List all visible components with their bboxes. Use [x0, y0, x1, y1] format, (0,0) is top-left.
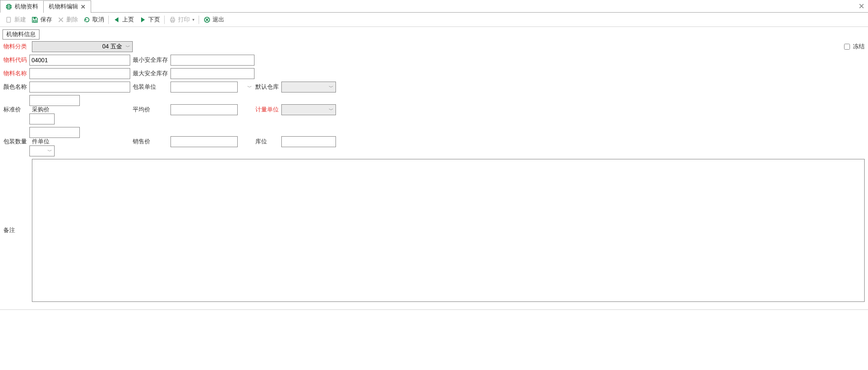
label-purchase-price: 采购价	[29, 106, 52, 114]
svg-rect-5	[171, 17, 174, 19]
toolbar-separator	[108, 16, 109, 24]
max-stock-input[interactable]	[170, 68, 254, 79]
piece-unit-combo[interactable]	[29, 145, 55, 156]
exit-button[interactable]: 退出	[201, 14, 227, 26]
tab-label: 机物资料	[15, 3, 38, 11]
label-location: 库位	[254, 138, 270, 145]
delete-button[interactable]: 删除	[55, 14, 81, 26]
location-input[interactable]	[281, 136, 336, 147]
label-pack-unit: 包装单位	[130, 83, 159, 91]
category-select[interactable]	[32, 41, 133, 52]
globe-icon	[5, 3, 12, 10]
label-name: 物料名称	[3, 70, 29, 77]
label-default-warehouse: 默认仓库	[254, 83, 281, 91]
subtab-bar: 机物料信息	[0, 27, 868, 40]
toolbar: 新建 保存 删除 取消 上页 下页 打印 ▾	[0, 13, 868, 27]
subtab-label: 机物料信息	[6, 31, 36, 37]
chevron-down-icon: ﹀	[247, 84, 252, 90]
print-icon	[169, 16, 176, 24]
form-area: 物料分类 ﹀ 冻结 物料代码 最小安全库存 物料名称 最大安全库存 颜色名称 包…	[0, 40, 868, 305]
triangle-left-icon	[113, 16, 121, 24]
tab-label: 机物料编辑	[49, 3, 78, 11]
svg-rect-3	[34, 17, 36, 19]
close-icon[interactable]: ✕	[81, 3, 86, 10]
label-pack-qty: 包装数量	[3, 138, 29, 145]
name-input[interactable]	[29, 68, 130, 79]
footer-divider	[0, 309, 868, 310]
label-sale-price: 销售价	[130, 138, 153, 145]
freeze-checkbox[interactable]: 冻结	[842, 42, 865, 51]
prev-label: 上页	[122, 16, 134, 24]
delete-icon	[57, 16, 65, 24]
freeze-label: 冻结	[853, 43, 865, 50]
label-remark: 备注	[3, 227, 29, 234]
label-code: 物料代码	[3, 56, 29, 64]
exit-label: 退出	[212, 16, 224, 24]
std-price-input[interactable]	[29, 95, 80, 106]
save-icon	[31, 16, 39, 24]
sale-price-input[interactable]	[170, 136, 238, 147]
label-min-stock: 最小安全库存	[130, 56, 170, 64]
purchase-price-input[interactable]	[29, 114, 55, 124]
save-label: 保存	[40, 16, 52, 24]
print-label: 打印	[178, 16, 190, 24]
toolbar-separator	[164, 16, 165, 24]
triangle-right-icon	[139, 16, 147, 24]
print-button[interactable]: 打印 ▾	[166, 14, 197, 26]
chevron-down-icon: ▾	[192, 17, 194, 22]
freeze-checkbox-input[interactable]	[844, 44, 850, 50]
next-page-button[interactable]: 下页	[136, 14, 163, 26]
pack-qty-input[interactable]	[29, 127, 80, 138]
label-std-price: 标准价	[3, 106, 24, 114]
pack-unit-combo[interactable]	[170, 82, 238, 92]
window-close-button[interactable]: ✕	[858, 0, 865, 13]
code-input[interactable]	[29, 55, 130, 66]
label-max-stock: 最大安全库存	[130, 70, 170, 77]
svg-rect-2	[34, 20, 36, 22]
label-category: 物料分类	[3, 43, 29, 50]
svg-rect-6	[171, 21, 174, 22]
label-avg-price: 平均价	[130, 106, 153, 114]
tab-strip: 机物资料 机物料编辑 ✕ ✕	[0, 0, 868, 13]
refresh-icon	[83, 16, 91, 24]
avg-price-input[interactable]	[170, 104, 238, 115]
new-icon	[5, 16, 13, 24]
new-button[interactable]: 新建	[3, 14, 29, 26]
label-piece-unit: 件单位	[29, 138, 52, 145]
subtab-material-info[interactable]: 机物料信息	[3, 29, 39, 40]
cancel-button[interactable]: 取消	[81, 14, 107, 26]
remark-textarea[interactable]	[32, 159, 865, 302]
prev-page-button[interactable]: 上页	[110, 14, 136, 26]
new-label: 新建	[14, 16, 26, 24]
measure-unit-select[interactable]	[281, 104, 336, 115]
label-color: 颜色名称	[3, 83, 29, 91]
exit-icon	[203, 16, 211, 24]
label-measure-unit: 计量单位	[254, 106, 281, 114]
delete-label: 删除	[66, 16, 78, 24]
min-stock-input[interactable]	[170, 55, 254, 66]
tab-material-list[interactable]: 机物资料	[0, 0, 43, 13]
cancel-label: 取消	[92, 16, 104, 24]
tab-material-edit[interactable]: 机物料编辑 ✕	[43, 0, 91, 13]
next-label: 下页	[148, 16, 160, 24]
color-input[interactable]	[29, 82, 130, 92]
svg-rect-1	[7, 17, 10, 22]
default-warehouse-select[interactable]	[281, 82, 336, 92]
toolbar-separator	[199, 16, 199, 24]
save-button[interactable]: 保存	[29, 14, 55, 26]
